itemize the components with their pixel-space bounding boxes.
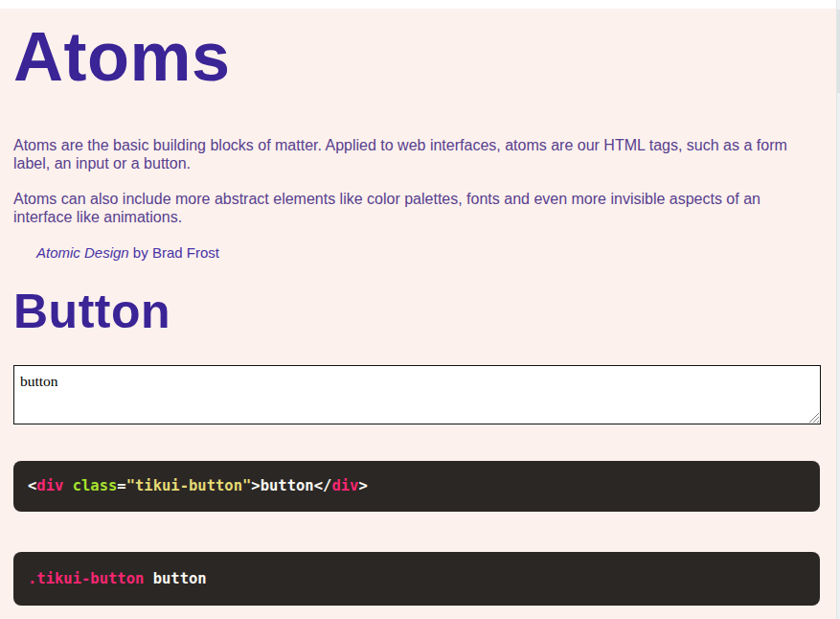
component-preview-resizable[interactable]: button [13,365,821,424]
rendered-button-component: button [20,373,58,389]
code-snippet-html: <div class="tikui-button">button</div> [13,461,820,512]
attribution-quote: Atomic Design by Brad Frost [36,243,821,262]
quote-attribution: by Brad Frost [129,244,219,261]
intro-paragraph-2: Atoms can also include more abstract ele… [13,190,821,226]
quote-work-title: Atomic Design [36,244,129,261]
scrollbar-track[interactable] [836,0,840,619]
section-title-button: Button [13,287,821,336]
page-title: Atoms [13,22,821,91]
pattern-library-page: Atoms Atoms are the basic building block… [0,9,836,619]
top-gap [0,0,840,9]
code-snippet-pug: .tikui-button button [13,552,820,606]
resize-grip-icon[interactable] [807,411,819,423]
intro-paragraph-1: Atoms are the basic building blocks of m… [13,136,821,172]
